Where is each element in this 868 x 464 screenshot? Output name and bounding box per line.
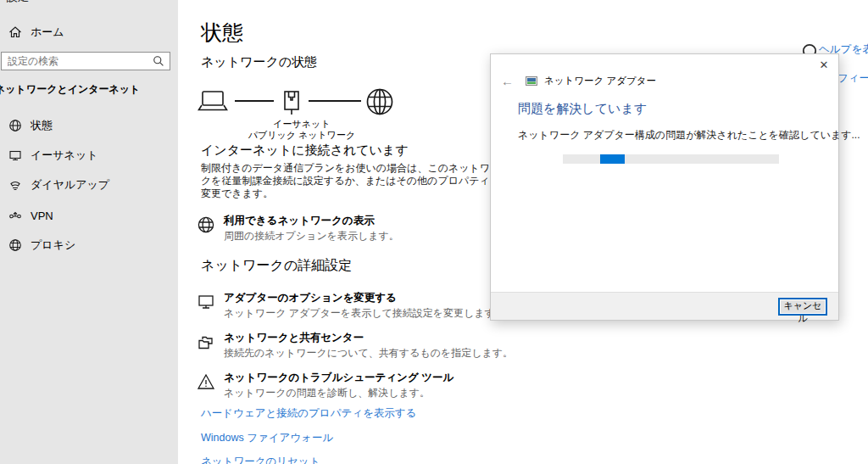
sidebar-section-header: ネットワークとインターネット	[0, 82, 140, 97]
search-icon[interactable]	[153, 55, 164, 67]
sidebar-item-home[interactable]: ホーム	[8, 25, 64, 40]
sidebar-item-label: ダイヤルアップ	[31, 177, 109, 193]
feature-title: アダプターのオプションを変更する	[224, 292, 505, 305]
feature-description: ネットワーク アダプターを表示して接続設定を変更します。	[224, 306, 505, 321]
feature-description: 接続先のネットワークについて、共有するものを指定します。	[224, 346, 513, 361]
connected-heading: インターネットに接続されています	[201, 143, 409, 159]
sidebar-item-label: 状態	[31, 118, 53, 133]
diagram-connector-line	[309, 100, 361, 102]
progress-bar-fill	[600, 154, 625, 164]
back-arrow-icon[interactable]: ←	[501, 75, 514, 87]
search-input[interactable]	[2, 55, 153, 67]
proxy-globe-icon	[8, 238, 22, 252]
show-available-networks[interactable]: 利用できるネットワークの表示 周囲の接続オプションを表示します。	[197, 215, 399, 243]
connection-label: イーサネット	[225, 119, 378, 130]
cancel-button[interactable]: キャンセル	[778, 298, 827, 316]
settings-sidebar: 設定 ホーム ネットワークとインターネット 状態	[0, 0, 178, 464]
available-networks-globe-icon	[197, 215, 215, 234]
feature-title: 利用できるネットワークの表示	[224, 215, 399, 227]
dialog-header: ← ネットワーク アダプター	[501, 75, 656, 87]
progress-bar	[563, 154, 779, 164]
diagram-labels: イーサネット パブリック ネットワーク	[225, 119, 378, 140]
network-sharing-center[interactable]: ネットワークと共有センター 接続先のネットワークについて、共有するものを指定しま…	[197, 332, 513, 361]
sidebar-item-ethernet[interactable]: イーサネット	[8, 148, 98, 163]
adapter-monitor-icon	[197, 293, 215, 311]
sidebar-item-label: プロキシ	[31, 238, 75, 253]
link-hardware-properties[interactable]: ハードウェアと接続のプロパティを表示する	[201, 406, 416, 421]
sidebar-item-status[interactable]: 状態	[8, 118, 53, 133]
sidebar-item-label: VPN	[31, 210, 53, 222]
laptop-icon	[196, 90, 230, 114]
link-network-reset[interactable]: ネットワークのリセット	[201, 455, 320, 464]
sidebar-item-label: イーサネット	[31, 148, 98, 163]
feature-description: 周囲の接続オプションを表示します。	[224, 229, 399, 243]
link-windows-firewall[interactable]: Windows ファイアウォール	[201, 431, 333, 445]
page-title: 状態	[201, 19, 243, 47]
vpn-icon	[8, 209, 22, 222]
connected-description: 制限付きのデータ通信プランをお使いの場合は、このネットワークを従量制課金接続に設…	[201, 162, 503, 200]
network-type-label: パブリック ネットワーク	[225, 130, 378, 141]
feature-description: ネットワークの問題を診断し、解決します。	[224, 386, 453, 400]
dialup-icon	[8, 178, 22, 192]
warning-triangle-icon	[197, 372, 215, 391]
settings-search-box[interactable]	[1, 52, 170, 70]
sidebar-item-proxy[interactable]: プロキシ	[8, 238, 75, 253]
feedback-link[interactable]: フィードバック	[837, 71, 868, 86]
home-icon	[8, 25, 22, 39]
advanced-settings-heading: ネットワークの詳細設定	[201, 257, 352, 275]
troubleshooter-dialog: ✕ ← ネットワーク アダプター 問題を解決しています ネットワーク アダプター…	[490, 53, 839, 321]
close-icon[interactable]: ✕	[816, 58, 832, 73]
dialog-title: ネットワーク アダプター	[544, 75, 656, 87]
sidebar-item-dialup[interactable]: ダイヤルアップ	[8, 177, 109, 193]
settings-window-title: 設定	[7, 0, 29, 5]
network-adapter-app-icon	[526, 76, 537, 86]
dialog-footer: キャンセル	[491, 292, 838, 320]
sidebar-item-label: ホーム	[31, 25, 64, 40]
diagram-connector-line	[235, 100, 274, 102]
feature-title: ネットワークと共有センター	[224, 332, 513, 344]
network-status-heading: ネットワークの状態	[201, 54, 317, 70]
internet-globe-icon	[364, 87, 396, 120]
sidebar-item-vpn[interactable]: VPN	[8, 208, 53, 223]
feature-title: ネットワークのトラブルシューティング ツール	[224, 372, 453, 384]
change-adapter-options[interactable]: アダプターのオプションを変更する ネットワーク アダプターを表示して接続設定を変…	[197, 292, 505, 321]
ethernet-plug-icon	[281, 90, 303, 120]
dialog-heading: 問題を解決しています	[518, 101, 647, 117]
sharing-center-icon	[197, 333, 215, 351]
ethernet-icon	[8, 148, 22, 162]
dialog-status-text: ネットワーク アダプター構成の問題が解決されたことを確認しています...	[518, 128, 860, 143]
status-globe-icon	[8, 119, 22, 132]
network-troubleshooter[interactable]: ネットワークのトラブルシューティング ツール ネットワークの問題を診断し、解決し…	[197, 372, 453, 400]
